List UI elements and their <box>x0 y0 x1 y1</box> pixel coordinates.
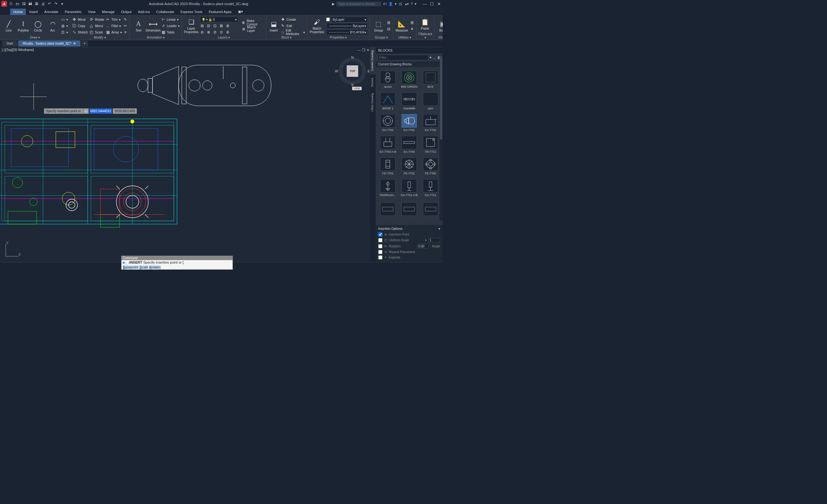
layer-op8-icon[interactable]: ⊘ <box>213 30 217 35</box>
block-item[interactable]: GA-7711 <box>420 177 441 198</box>
saveas-icon[interactable]: 🖬 <box>28 1 33 7</box>
tab-view[interactable]: View <box>85 9 99 15</box>
panel-label-clipboard[interactable]: Clipboard ▾ <box>419 32 432 40</box>
lineweight-dropdown[interactable]: ByLayer▾ <box>326 23 368 29</box>
new-tab-button[interactable]: + <box>81 41 88 46</box>
tab-annotate[interactable]: Annotate <box>41 9 61 15</box>
tab-parametric[interactable]: Parametric <box>61 9 85 15</box>
side-tab-recent[interactable]: Recent <box>370 74 376 90</box>
move-tool[interactable]: ✥Move <box>72 16 88 22</box>
block-item[interactable] <box>378 199 398 220</box>
layer-properties-tool[interactable]: ❑Layer Properties <box>184 18 199 34</box>
block-item[interactable]: EA-7701 <box>399 112 420 133</box>
browse-icon[interactable]: … <box>433 56 436 60</box>
new-icon[interactable]: 🗋 <box>8 1 14 7</box>
layer-op9-icon[interactable]: ⊙ <box>219 30 224 35</box>
block-item[interactable]: FD-7701 <box>378 156 398 177</box>
text-tool[interactable]: AText <box>132 20 145 32</box>
app-icon[interactable]: A <box>1 1 7 7</box>
cmd-opt-scale[interactable]: Scale <box>139 265 148 269</box>
drawing-viewport[interactable]: [–][Top][2D Wireframe] — ❐ ✕ <box>0 47 370 262</box>
scale-tool[interactable]: ◰Scale <box>89 29 104 35</box>
app-menu-icon[interactable]: ▴▾ <box>405 2 409 6</box>
group-tool[interactable]: ⬚Group <box>372 20 385 32</box>
viewcube-e[interactable]: E <box>368 69 370 73</box>
modify-extra3[interactable]: ≡ <box>123 29 128 35</box>
measure-tool[interactable]: 📐Measure <box>395 20 408 32</box>
matchprops-tool[interactable]: 🖌Match Properties <box>309 18 325 34</box>
signin-user-icon[interactable]: 👤 <box>388 2 393 6</box>
copy-tool[interactable]: ⿻Copy <box>72 23 88 29</box>
undo-icon[interactable]: ↶ <box>47 1 52 7</box>
block-item[interactable]: EA-7702 <box>420 112 441 133</box>
block-item[interactable]: EA-7703 A-B <box>378 134 398 155</box>
blocks-filter-input[interactable] <box>378 55 428 60</box>
util-extra1[interactable]: ⊞ <box>410 20 414 26</box>
block-item[interactable]: acces <box>378 69 398 90</box>
save-icon[interactable]: 🖫 <box>21 1 27 7</box>
block-item[interactable]: FE-7702 <box>420 156 441 177</box>
help-search-input[interactable] <box>337 2 381 6</box>
maximize-button[interactable]: ☐ <box>429 2 434 6</box>
group-extra2[interactable]: ⊟ <box>387 26 391 32</box>
panel-label-annotation[interactable]: Annotation ▾ <box>132 36 180 40</box>
group-extra1[interactable]: ⊞ <box>387 20 391 26</box>
tab-overflow-icon[interactable]: ▣▾ <box>235 8 246 15</box>
array-tool[interactable]: ▦Array ▾ <box>106 29 122 35</box>
coord-x-input[interactable] <box>89 108 112 114</box>
block-item[interactable]: B02-GREEN <box>399 69 420 90</box>
cmd-opt-basepoint[interactable]: Basepoint <box>123 265 138 269</box>
uniformscale-input[interactable] <box>429 238 440 243</box>
circle-tool[interactable]: ◯Circle <box>31 20 45 32</box>
base-tool[interactable]: ▣Base <box>436 20 443 32</box>
layer-op3-icon[interactable]: ⊡ <box>213 23 217 28</box>
fillet-tool[interactable]: ◟Fillet ▾ <box>106 23 122 29</box>
qat-more-icon[interactable]: ▾ <box>59 1 65 7</box>
opt-rotation-check[interactable] <box>378 244 382 248</box>
create-tool[interactable]: ✚Create <box>281 16 304 22</box>
editattr-tool[interactable]: ⍜Edit Attributes ▾ <box>281 29 304 35</box>
block-item[interactable]: FE-7701 <box>399 156 420 177</box>
viewcube-w[interactable]: W <box>335 69 338 73</box>
makecurrent-tool[interactable]: ⊕Make Current <box>241 20 264 26</box>
start-tab[interactable]: Start <box>2 41 17 46</box>
layer-op7-icon[interactable]: ⊗ <box>206 30 211 35</box>
draw-extra3[interactable]: ⊡▾ <box>61 29 68 35</box>
stretch-tool[interactable]: ⤡Stretch <box>72 29 88 35</box>
command-line[interactable]: Command: ▶_ -INSERT Specify insertion po… <box>121 256 233 270</box>
util-extra2[interactable]: ✦ <box>410 26 414 32</box>
minimize-button[interactable]: — <box>422 2 427 6</box>
help-dropdown-icon[interactable]: ▾ <box>415 2 417 6</box>
line-tool[interactable]: ╱Line <box>2 20 15 32</box>
tab-home[interactable]: Home <box>10 9 26 15</box>
table-tool[interactable]: ▦Table <box>161 29 180 35</box>
linetype-dropdown[interactable]: BYLAYER▾ <box>326 29 368 35</box>
linear-tool[interactable]: ⊢Linear ▾ <box>161 16 180 22</box>
tab-collaborate[interactable]: Collaborate <box>153 9 177 15</box>
tab-insert[interactable]: Insert <box>26 9 41 15</box>
edit-tool[interactable]: ✎Edit <box>281 23 304 29</box>
mirror-tool[interactable]: ⧋Mirror <box>89 23 104 29</box>
panel-label-layers[interactable]: Layers ▾ <box>184 36 264 40</box>
leader-tool[interactable]: ↗Leader ▾ <box>161 23 180 29</box>
side-tab-current[interactable]: Current Drawing <box>370 47 376 74</box>
wcs-badge[interactable]: CPM <box>352 87 362 90</box>
modify-extra1[interactable]: ✎ <box>123 16 128 22</box>
blocks-scrollbar[interactable] <box>439 57 443 220</box>
print-icon[interactable]: 🖨 <box>40 1 46 7</box>
insert-tool[interactable]: ⬓Insert <box>268 20 280 32</box>
viewcube-s[interactable]: S <box>351 83 353 87</box>
block-item[interactable]: FN1Rev2A... <box>378 177 398 198</box>
matchlayer-tool[interactable]: ≣Match Layer <box>241 26 264 32</box>
help-icon[interactable]: ? <box>411 2 413 6</box>
cmd-opt-rotate[interactable]: Rotate <box>149 265 159 269</box>
draw-extra1[interactable]: ▭▾ <box>61 16 68 22</box>
exchange-apps-icon[interactable]: ▾ <box>395 2 397 6</box>
open-icon[interactable]: 🗁 <box>15 1 20 7</box>
opt-insertpoint-check[interactable] <box>378 233 382 237</box>
layer-op10-icon[interactable]: ⊚ <box>226 30 230 35</box>
tab-output[interactable]: Output <box>118 9 135 15</box>
draw-extra2[interactable]: ◍▾ <box>61 23 68 29</box>
block-item[interactable] <box>420 199 441 220</box>
tab-express[interactable]: Express Tools <box>177 9 205 15</box>
